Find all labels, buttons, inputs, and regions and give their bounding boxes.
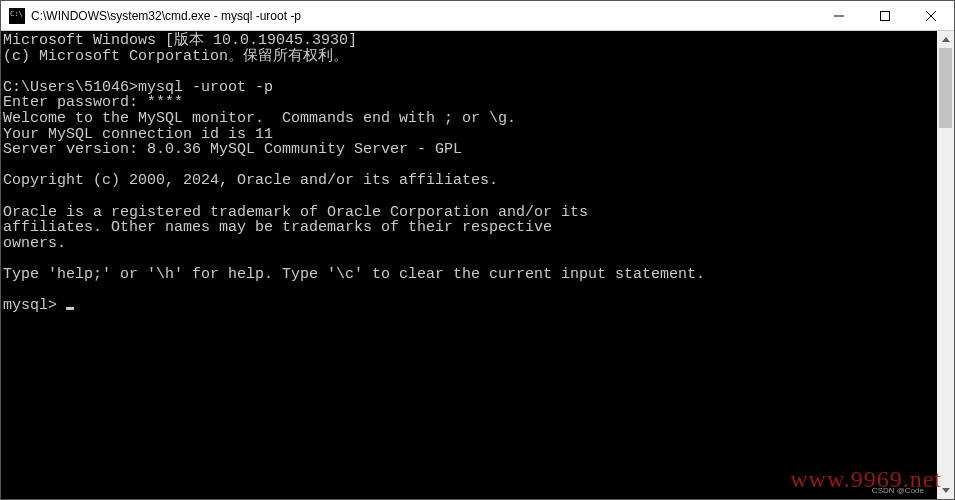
- svg-marker-4: [942, 37, 950, 42]
- scrollbar-track[interactable]: [937, 48, 954, 482]
- close-button[interactable]: [908, 1, 954, 31]
- maximize-icon: [880, 11, 890, 21]
- scroll-up-button[interactable]: [937, 31, 954, 48]
- scroll-down-button[interactable]: [937, 482, 954, 499]
- cmd-window: C:\WINDOWS\system32\cmd.exe - mysql -uro…: [0, 0, 955, 500]
- terminal-area: Microsoft Windows [版本 10.0.19045.3930] (…: [1, 31, 954, 499]
- window-title: C:\WINDOWS\system32\cmd.exe - mysql -uro…: [31, 9, 301, 23]
- titlebar[interactable]: C:\WINDOWS\system32\cmd.exe - mysql -uro…: [1, 1, 954, 31]
- chevron-down-icon: [942, 488, 950, 493]
- terminal-cursor: [66, 307, 74, 310]
- minimize-icon: [834, 11, 844, 21]
- svg-rect-1: [881, 11, 890, 20]
- terminal-output[interactable]: Microsoft Windows [版本 10.0.19045.3930] (…: [1, 31, 937, 499]
- mysql-prompt: mysql>: [3, 297, 66, 314]
- cmd-icon: [9, 8, 25, 24]
- maximize-button[interactable]: [862, 1, 908, 31]
- svg-marker-5: [942, 488, 950, 493]
- chevron-up-icon: [942, 37, 950, 42]
- close-icon: [926, 11, 936, 21]
- minimize-button[interactable]: [816, 1, 862, 31]
- scrollbar-thumb[interactable]: [939, 48, 952, 128]
- vertical-scrollbar[interactable]: [937, 31, 954, 499]
